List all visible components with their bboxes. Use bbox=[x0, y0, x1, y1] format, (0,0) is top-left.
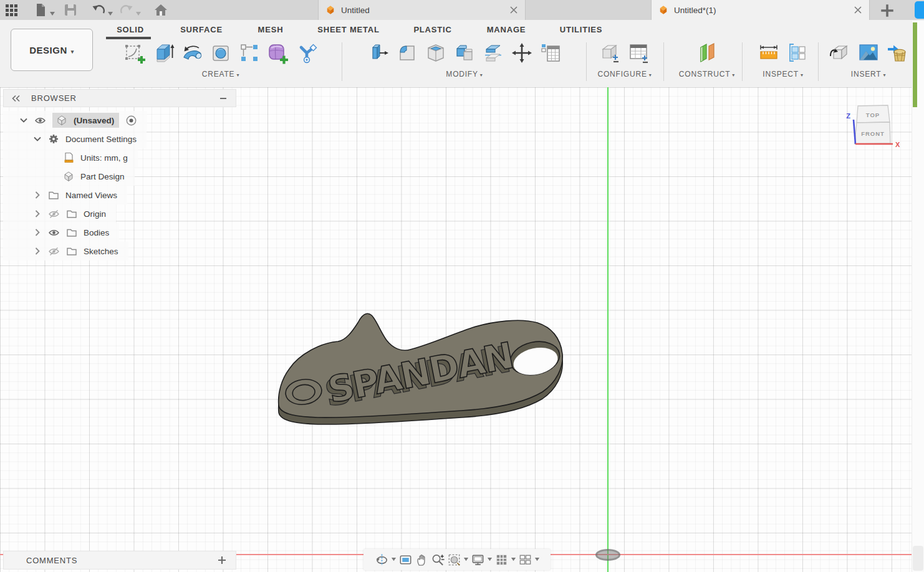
combine-icon[interactable] bbox=[452, 41, 477, 65]
construct-plane-icon[interactable] bbox=[695, 41, 719, 65]
caret-right-icon[interactable] bbox=[32, 208, 43, 219]
caret-right-icon[interactable] bbox=[32, 189, 43, 201]
extrude-icon[interactable] bbox=[151, 41, 176, 65]
fillet-icon[interactable] bbox=[395, 41, 420, 65]
redo-caret-icon[interactable] bbox=[135, 7, 142, 12]
pan-icon[interactable] bbox=[415, 553, 429, 567]
new-document-tab-button[interactable] bbox=[879, 2, 895, 17]
caret-down-icon[interactable] bbox=[18, 115, 29, 126]
browser-row-part-design[interactable]: Part Design bbox=[3, 167, 135, 186]
right-dock-handle[interactable] bbox=[913, 22, 917, 107]
undo-caret-icon[interactable] bbox=[107, 7, 113, 12]
pattern-icon[interactable] bbox=[237, 41, 262, 65]
ribbon-group-dropdown-configure[interactable]: CONFIGURE▾ bbox=[597, 70, 652, 79]
browser-row-document-settings[interactable]: Document Settings bbox=[3, 130, 147, 148]
document-tab[interactable]: Untitled*(1) bbox=[651, 0, 870, 20]
document-tab[interactable]: Untitled bbox=[318, 0, 526, 20]
close-icon[interactable] bbox=[509, 5, 519, 15]
selected-item-highlight[interactable]: (Unsaved) bbox=[52, 113, 119, 128]
eye-hidden-icon[interactable] bbox=[48, 208, 60, 220]
insert-mesh-icon[interactable] bbox=[885, 41, 910, 65]
fit-icon[interactable] bbox=[447, 553, 461, 567]
browser-row-sketches[interactable]: Sketches bbox=[3, 242, 128, 260]
configure-icon[interactable] bbox=[598, 41, 623, 65]
move-copy-icon[interactable] bbox=[509, 41, 534, 65]
offset-face-icon[interactable] bbox=[481, 41, 506, 65]
activate-component-radio[interactable] bbox=[125, 115, 137, 126]
view-cube[interactable]: TOP FRONT Z X bbox=[845, 98, 907, 155]
fit-caret-icon[interactable] bbox=[463, 553, 469, 567]
collapse-panel-icon[interactable] bbox=[11, 93, 21, 103]
ribbon-tab-solid[interactable]: SOLID bbox=[117, 24, 144, 36]
ribbon-group-dropdown-construct[interactable]: CONSTRUCT▾ bbox=[679, 70, 735, 79]
comments-bar[interactable]: COMMENTS bbox=[3, 551, 236, 570]
grid-settings-caret-icon[interactable] bbox=[511, 553, 516, 567]
redo-icon[interactable] bbox=[119, 2, 134, 17]
generative-design-icon[interactable] bbox=[294, 41, 319, 65]
ribbon-tab-plastic[interactable]: PLASTIC bbox=[413, 24, 451, 36]
browser-item-label[interactable]: Part Design bbox=[80, 172, 125, 181]
revolve-icon[interactable] bbox=[180, 41, 205, 65]
insert-derive-icon[interactable] bbox=[827, 41, 852, 65]
browser-item-label[interactable]: Units: mm, g bbox=[80, 153, 128, 163]
orbit-caret-icon[interactable] bbox=[391, 553, 397, 567]
browser-item-label[interactable]: (Unsaved) bbox=[74, 116, 114, 125]
notification-badge[interactable] bbox=[915, 1, 924, 19]
browser-row-units-mm-g[interactable]: Units: mm, g bbox=[3, 148, 138, 167]
ribbon-tab-utilities[interactable]: UTILITIES bbox=[560, 24, 603, 36]
change-parameters-icon[interactable] bbox=[538, 41, 563, 65]
zoom-icon[interactable] bbox=[431, 553, 445, 567]
ribbon-group-dropdown-create[interactable]: CREATE▾ bbox=[202, 70, 239, 79]
orbit-icon[interactable] bbox=[375, 553, 389, 567]
browser-item-label[interactable]: Sketches bbox=[84, 247, 118, 256]
section-analysis-icon[interactable] bbox=[785, 41, 810, 65]
home-icon[interactable] bbox=[153, 2, 168, 17]
browser-item-label[interactable]: Named Views bbox=[65, 191, 117, 200]
close-icon[interactable] bbox=[853, 5, 863, 15]
eye-open-icon[interactable] bbox=[48, 227, 60, 239]
3d-viewport[interactable]: SPANDAN SPANDAN TOP FRONT Z X BROWSER bbox=[0, 87, 924, 572]
browser-row-origin[interactable]: Origin bbox=[3, 204, 116, 223]
press-pull-icon[interactable] bbox=[366, 41, 391, 65]
eye-open-icon[interactable] bbox=[34, 115, 46, 126]
ribbon-tab-mesh[interactable]: MESH bbox=[258, 24, 284, 36]
ribbon-group-dropdown-inspect[interactable]: INSPECT▾ bbox=[763, 70, 803, 79]
caret-right-icon[interactable] bbox=[32, 227, 43, 238]
eye-hidden-icon[interactable] bbox=[48, 245, 60, 257]
shell-icon[interactable] bbox=[423, 41, 448, 65]
display-settings-caret-icon[interactable] bbox=[487, 553, 493, 567]
viewports-caret-icon[interactable] bbox=[534, 553, 540, 567]
canvas-icon[interactable] bbox=[856, 41, 881, 65]
browser-item-label[interactable]: Origin bbox=[84, 209, 106, 219]
create-sketch-icon[interactable] bbox=[122, 41, 147, 65]
workspace-selector-design[interactable]: DESIGN▾ bbox=[11, 29, 93, 71]
undo-icon[interactable] bbox=[91, 2, 106, 17]
ribbon-group-dropdown-modify[interactable]: MODIFY▾ bbox=[446, 70, 483, 79]
add-comment-icon[interactable] bbox=[217, 555, 227, 565]
browser-row-unsaved[interactable]: (Unsaved) bbox=[3, 111, 147, 130]
hole-icon[interactable] bbox=[208, 41, 233, 65]
caret-right-icon[interactable] bbox=[32, 245, 43, 257]
grid-settings-icon[interactable] bbox=[494, 553, 509, 567]
measure-icon[interactable] bbox=[756, 41, 781, 65]
file-menu-caret-icon[interactable] bbox=[49, 7, 55, 12]
display-settings-icon[interactable] bbox=[471, 553, 485, 567]
configuration-table-icon[interactable] bbox=[627, 41, 652, 65]
ribbon-group-dropdown-insert[interactable]: INSERT▾ bbox=[851, 70, 886, 79]
file-icon[interactable] bbox=[33, 2, 48, 17]
ribbon-tab-surface[interactable]: SURFACE bbox=[180, 24, 223, 36]
keychain-body[interactable]: SPANDAN SPANDAN bbox=[268, 299, 574, 442]
viewports-icon[interactable] bbox=[518, 553, 532, 567]
save-icon[interactable] bbox=[63, 2, 78, 17]
minimize-panel-icon[interactable] bbox=[218, 93, 228, 103]
app-grid-icon[interactable] bbox=[4, 2, 19, 17]
ribbon-tab-manage[interactable]: MANAGE bbox=[487, 24, 526, 36]
browser-item-label[interactable]: Document Settings bbox=[65, 135, 137, 144]
create-form-icon[interactable] bbox=[266, 41, 291, 65]
browser-row-named-views[interactable]: Named Views bbox=[3, 186, 127, 204]
look-at-icon[interactable] bbox=[398, 553, 413, 567]
browser-item-label[interactable]: Bodies bbox=[84, 228, 109, 237]
ribbon-tab-sheet-metal[interactable]: SHEET METAL bbox=[317, 24, 380, 36]
caret-down-icon[interactable] bbox=[32, 133, 43, 145]
browser-row-bodies[interactable]: Bodies bbox=[3, 223, 119, 242]
